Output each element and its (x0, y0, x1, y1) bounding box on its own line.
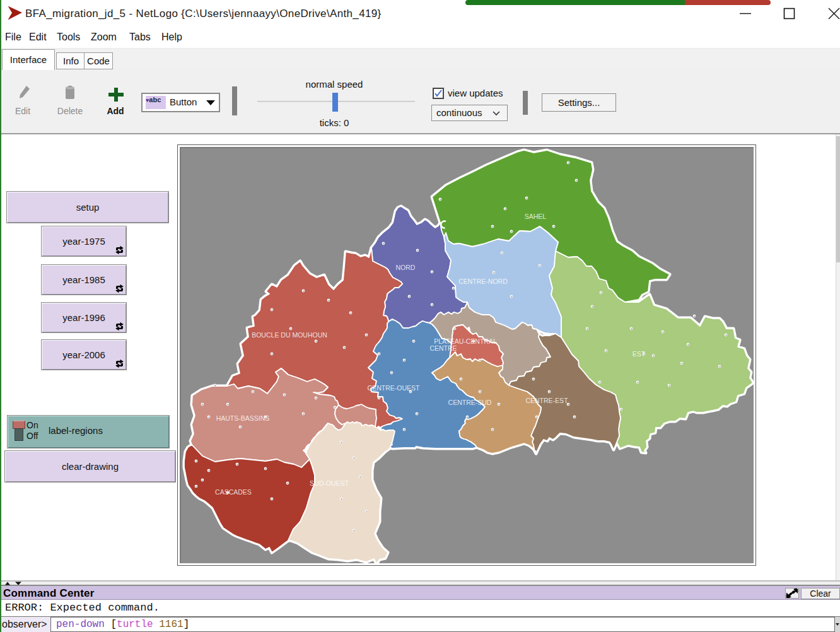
svg-text:CENTRE-OUEST: CENTRE-OUEST (368, 384, 420, 392)
svg-text:CASCADES: CASCADES (215, 488, 252, 496)
svg-text:CENTRE: CENTRE (429, 344, 457, 352)
svg-text:CENTRE-EST: CENTRE-EST (525, 397, 568, 404)
svg-text:SUD-OUEST: SUD-OUEST (310, 479, 349, 487)
svg-text:CENTRE-SUD: CENTRE-SUD (448, 399, 492, 406)
svg-text:NORD: NORD (396, 264, 416, 271)
svg-text:HAUTS-BASSINS: HAUTS-BASSINS (216, 414, 270, 422)
svg-text:SAHEL: SAHEL (525, 213, 547, 220)
svg-text:BOUCLE DU MOUHOUN: BOUCLE DU MOUHOUN (252, 331, 327, 339)
svg-text:EST: EST (633, 350, 646, 358)
svg-text:CENTRE-NORD: CENTRE-NORD (458, 278, 508, 285)
